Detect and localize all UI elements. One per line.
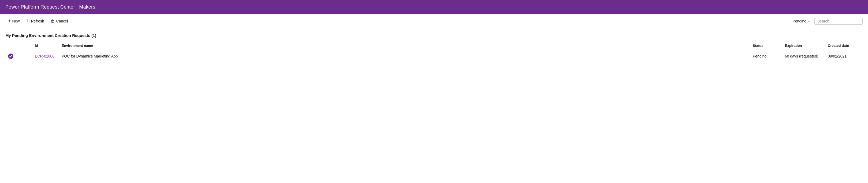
refresh-button[interactable]: ↻ Refresh	[24, 17, 47, 25]
table-row[interactable]: ECR-01000POC for Dynamics Marketing AppP…	[5, 50, 863, 62]
toolbar-right: Pending ⌄	[790, 17, 863, 25]
row-expiration-cell: 60 days (requested)	[782, 50, 825, 62]
cancel-button-label: Cancel	[56, 19, 68, 23]
col-header-expiration: Expiration	[782, 41, 825, 50]
row-status-cell: Pending	[750, 50, 782, 62]
row-selector-cell	[5, 50, 32, 62]
row-id-cell[interactable]: ECR-01000	[32, 50, 59, 62]
new-button[interactable]: + New	[5, 16, 23, 26]
row-env-name-cell: POC for Dynamics Marketing App	[59, 50, 750, 62]
table-header-row: Id Environment name Status Expiration Cr…	[5, 41, 863, 50]
refresh-button-label: Refresh	[31, 19, 44, 23]
refresh-icon: ↻	[26, 19, 30, 24]
toolbar-left: + New ↻ Refresh 🗑 Cancel	[5, 16, 790, 26]
filter-label: Pending	[793, 19, 806, 23]
trash-icon: 🗑	[51, 19, 55, 24]
section-title: My Pending Environment Creation Requests…	[0, 28, 868, 41]
plus-icon: +	[8, 18, 11, 24]
filter-dropdown[interactable]: Pending ⌄	[790, 18, 812, 24]
search-input[interactable]	[817, 19, 855, 23]
col-header-id-label: Id	[32, 41, 59, 50]
header-bar: Power Platform Request Center | Makers	[0, 0, 868, 14]
row-id-link[interactable]: ECR-01000	[35, 54, 54, 58]
selected-indicator	[8, 53, 13, 59]
requests-table: Id Environment name Status Expiration Cr…	[5, 41, 863, 62]
app-title: Power Platform Request Center | Makers	[5, 4, 95, 10]
col-header-created: Created date	[825, 41, 863, 50]
col-header-env: Environment name	[59, 41, 750, 50]
cancel-button[interactable]: 🗑 Cancel	[48, 17, 71, 25]
table-container: Id Environment name Status Expiration Cr…	[0, 41, 868, 62]
col-header-status: Status	[750, 41, 782, 50]
chevron-down-icon: ⌄	[807, 19, 810, 23]
row-created-date-cell: 08/02/2021	[825, 50, 863, 62]
col-header-id	[5, 41, 32, 50]
toolbar: + New ↻ Refresh 🗑 Cancel Pending ⌄	[0, 14, 868, 28]
search-box[interactable]	[814, 17, 863, 25]
new-button-label: New	[12, 19, 20, 23]
